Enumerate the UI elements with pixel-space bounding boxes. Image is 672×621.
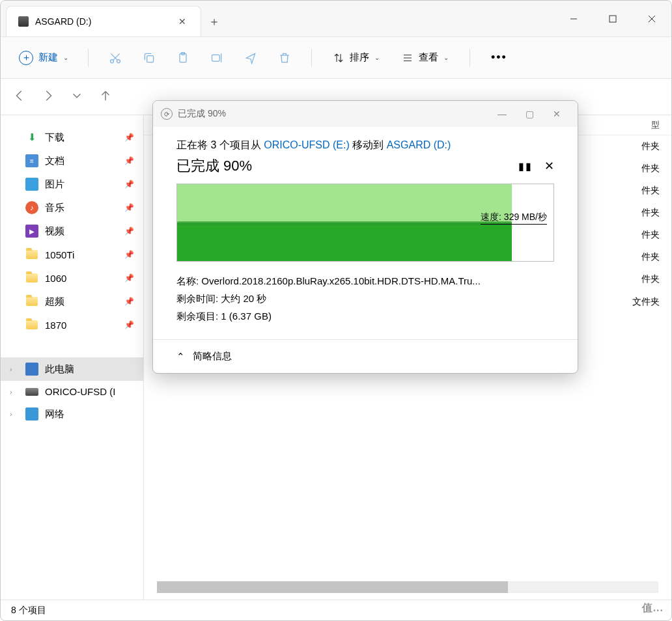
drive-icon — [25, 388, 38, 396]
close-window-button[interactable] — [632, 1, 671, 36]
chevron-down-icon: ⌄ — [443, 54, 449, 61]
sidebar-item-label: 网络 — [45, 408, 64, 421]
time-remaining-value: 大约 20 秒 — [221, 293, 266, 304]
watermark: 值... — [642, 601, 664, 615]
pin-icon: 📌 — [124, 180, 134, 189]
sidebar-item-label: 此电脑 — [45, 363, 74, 376]
fewer-details-label: 简略信息 — [193, 350, 232, 363]
sort-icon — [333, 52, 344, 64]
dialog-maximize-button[interactable]: ▢ — [516, 104, 542, 124]
chevron-right-icon: › — [10, 388, 19, 396]
pin-icon: 📌 — [124, 320, 134, 329]
toolbar: ＋ 新建 ⌄ 排序 ⌄ 查看 ⌄ ••• — [1, 37, 671, 79]
svg-rect-1 — [609, 16, 616, 22]
fewer-details-button[interactable]: ⌃ 简略信息 — [153, 339, 578, 373]
chevron-up-icon: ⌃ — [176, 351, 185, 363]
sidebar-item-label: 1870 — [45, 320, 66, 331]
close-tab-icon[interactable]: ✕ — [176, 14, 189, 29]
delete-button[interactable] — [271, 44, 298, 72]
sidebar-item-drive[interactable]: ›ORICO-UFSD (I — [1, 381, 143, 402]
sidebar-item-documents[interactable]: ≡文档📌 — [1, 149, 143, 172]
separator — [88, 49, 89, 67]
pin-icon: 📌 — [124, 203, 134, 212]
separator — [311, 49, 312, 67]
pc-icon — [25, 363, 38, 376]
rename-button[interactable] — [203, 44, 231, 72]
sidebar-item-network[interactable]: ›网络 — [1, 402, 143, 426]
folder-icon — [25, 271, 38, 284]
sidebar-item-label: 超频 — [45, 296, 64, 308]
recent-button[interactable] — [70, 89, 84, 105]
chevron-right-icon: › — [10, 410, 19, 418]
sidebar-item-folder[interactable]: 1050Ti📌 — [1, 243, 143, 266]
share-button[interactable] — [237, 44, 264, 72]
svg-rect-11 — [212, 55, 220, 61]
sidebar-item-videos[interactable]: ▶视频📌 — [1, 219, 143, 243]
sidebar-item-folder[interactable]: 1060📌 — [1, 266, 143, 290]
window-tab[interactable]: ASGARD (D:) ✕ — [6, 6, 201, 36]
back-button[interactable] — [12, 89, 27, 105]
sidebar-item-label: 1060 — [45, 273, 66, 284]
sort-button[interactable]: 排序 ⌄ — [325, 48, 387, 68]
speed-label: 速度: 329 MB/秒 — [481, 212, 547, 225]
chevron-down-icon: ⌄ — [374, 54, 380, 61]
sidebar-item-downloads[interactable]: ⬇下载📌 — [1, 126, 143, 149]
progress-headline: 已完成 90% ▮▮ ✕ — [176, 156, 554, 176]
maximize-button[interactable] — [593, 1, 632, 36]
sidebar-item-label: ORICO-UFSD (I — [45, 386, 115, 397]
new-label: 新建 — [38, 51, 58, 64]
dest-link[interactable]: ASGARD (D:) — [387, 139, 451, 150]
sidebar-item-label: 图片 — [45, 178, 64, 191]
forward-button[interactable] — [41, 89, 55, 105]
cut-button[interactable] — [102, 44, 129, 72]
chart-area-dark — [177, 223, 512, 261]
view-button[interactable]: 查看 ⌄ — [394, 48, 456, 68]
minimize-button[interactable] — [554, 1, 593, 36]
sidebar-item-label: 文档 — [45, 155, 64, 167]
dialog-title: 已完成 90% — [178, 108, 226, 120]
new-button[interactable]: ＋ 新建 ⌄ — [12, 47, 75, 69]
up-button[interactable] — [98, 89, 113, 105]
view-icon — [402, 52, 413, 64]
drive-icon — [18, 16, 29, 27]
copy-button[interactable] — [135, 44, 163, 72]
transfer-description: 正在将 3 个项目从 ORICO-UFSD (E:) 移动到 ASGARD (D… — [176, 139, 554, 152]
scrollbar-thumb[interactable] — [157, 581, 508, 593]
sidebar-item-this-pc[interactable]: ›此电脑 — [1, 357, 143, 381]
dialog-minimize-button[interactable]: — — [489, 104, 515, 124]
chevron-right-icon: › — [10, 365, 19, 373]
dialog-titlebar[interactable]: ⟳ 已完成 90% — ▢ ✕ — [153, 101, 578, 127]
more-button[interactable]: ••• — [483, 47, 515, 68]
cancel-button[interactable]: ✕ — [544, 159, 554, 173]
item-count: 8 个项目 — [11, 605, 46, 616]
pause-button[interactable]: ▮▮ — [518, 160, 533, 172]
download-icon: ⬇ — [25, 131, 38, 144]
folder-icon — [25, 295, 38, 308]
items-remaining-value: 1 (6.37 GB) — [221, 310, 272, 322]
sidebar-item-label: 1050Ti — [45, 249, 74, 260]
column-type: 型 — [651, 119, 660, 131]
tab-title: ASGARD (D:) — [35, 16, 169, 27]
window-controls — [554, 1, 671, 36]
sidebar-item-pictures[interactable]: 图片📌 — [1, 172, 143, 196]
horizontal-scrollbar[interactable] — [157, 581, 658, 593]
folder-icon — [25, 318, 38, 331]
source-link[interactable]: ORICO-UFSD (E:) — [264, 139, 350, 150]
chart-line — [177, 221, 512, 225]
sidebar-item-folder[interactable]: 超频📌 — [1, 290, 143, 313]
separator — [469, 49, 470, 67]
folder-icon — [25, 248, 38, 261]
sidebar-item-folder[interactable]: 1870📌 — [1, 313, 143, 337]
transfer-dialog: ⟳ 已完成 90% — ▢ ✕ 正在将 3 个项目从 ORICO-UFSD (E… — [152, 100, 578, 374]
document-icon: ≡ — [25, 154, 38, 167]
pin-icon: 📌 — [124, 133, 134, 142]
sidebar-item-label: 下载 — [45, 131, 64, 144]
chevron-down-icon: ⌄ — [63, 54, 68, 61]
new-tab-button[interactable]: ＋ — [201, 6, 227, 36]
clock-icon: ⟳ — [161, 108, 173, 120]
sidebar-item-music[interactable]: ♪音乐📌 — [1, 196, 143, 219]
paste-button[interactable] — [169, 44, 197, 72]
music-icon: ♪ — [25, 201, 38, 214]
dialog-close-button[interactable]: ✕ — [544, 104, 570, 124]
file-name-value: Overlord.2018.2160p.BluRay.x265.10bit.HD… — [201, 275, 481, 286]
